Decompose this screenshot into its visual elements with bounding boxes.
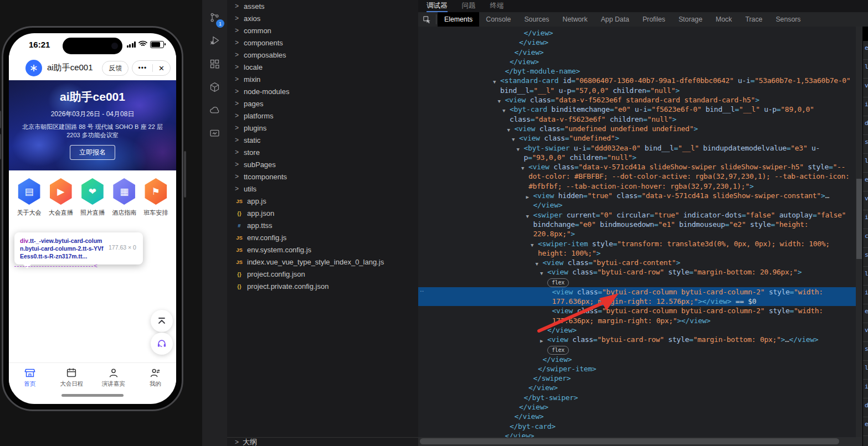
tab-演讲嘉宾[interactable]: 演讲嘉宾 xyxy=(97,367,130,388)
register-button[interactable]: 立即报名 xyxy=(70,145,115,160)
support-button[interactable] xyxy=(151,333,173,355)
expanded-arrow-icon[interactable]: ▼ xyxy=(521,164,524,173)
dom-node[interactable]: <view class="bytui-card-column bytui-car… xyxy=(418,306,856,325)
top-tab-问题[interactable]: 问题 xyxy=(462,0,476,12)
top-tab-终端[interactable]: 终端 xyxy=(490,0,504,12)
folder-row-ttcomponents[interactable]: >ttcomponents xyxy=(227,170,418,183)
dom-node[interactable]: ▶<view class="bytui-card-row" style="mar… xyxy=(418,335,856,344)
selected-dom-node[interactable]: ‥<view class="bytui-card-column bytui-ca… xyxy=(418,287,856,307)
package-button[interactable] xyxy=(202,75,227,98)
dom-node[interactable]: ▼<swiper current="0" circular="true" ind… xyxy=(418,210,856,239)
dom-node[interactable]: </view> xyxy=(418,57,856,66)
quick-entry-大会直播[interactable]: ▶大会直播 xyxy=(46,178,76,217)
inspect-element-button[interactable] xyxy=(418,15,435,24)
file-row-env.system.config.js[interactable]: JSenv.system.config.js xyxy=(227,243,418,256)
dom-node[interactable]: flex xyxy=(418,277,856,287)
dom-node[interactable]: ▼<byt-card binditemchange="e0" u-i="f562… xyxy=(418,105,856,124)
panel-tab-storage[interactable]: Storage xyxy=(672,12,709,27)
panel-tab-console[interactable]: Console xyxy=(479,12,517,27)
dom-node[interactable]: ▼<view class="data-v-571cd41a slideShow-… xyxy=(418,162,856,191)
folder-row-components[interactable]: >components xyxy=(227,37,418,49)
file-row-index.vue_vue_type_style_index_0_lang.js[interactable]: JSindex.vue_vue_type_style_index_0_lang.… xyxy=(227,256,418,268)
close-button[interactable]: ✕ xyxy=(153,64,170,72)
scroll-top-button[interactable] xyxy=(151,310,173,332)
dom-node[interactable]: </view> xyxy=(418,431,856,437)
hscroll-thumb[interactable] xyxy=(420,438,839,444)
panel-tab-profiles[interactable]: Profiles xyxy=(636,12,672,27)
vertical-scrollbar[interactable] xyxy=(856,27,862,446)
folder-row-locale[interactable]: >locale xyxy=(227,61,418,73)
dom-node[interactable]: </view> xyxy=(418,383,856,392)
folder-row-utils[interactable]: >utils xyxy=(227,183,418,195)
flex-badge[interactable]: flex xyxy=(547,346,569,355)
panel-tab-mock[interactable]: Mock xyxy=(709,12,738,27)
expanded-arrow-icon[interactable]: ▼ xyxy=(517,145,520,154)
folder-row-axios[interactable]: >axios xyxy=(227,12,418,24)
quick-entry-关于大会[interactable]: ▤关于大会 xyxy=(14,178,44,217)
file-row-app.js[interactable]: JSapp.js xyxy=(227,195,418,207)
tab-大会日程[interactable]: 大会日程 xyxy=(55,367,88,388)
expanded-arrow-icon[interactable]: ▼ xyxy=(531,241,533,250)
panel-tab-app-data[interactable]: App Data xyxy=(594,12,636,27)
dom-node[interactable]: ▼<swiper-item style="transform: translat… xyxy=(418,239,856,258)
dom-node[interactable]: </swiper-item> xyxy=(418,364,856,374)
top-tab-调试器[interactable]: 调试器 xyxy=(427,0,448,12)
folder-row-common[interactable]: >common xyxy=(227,24,418,37)
expanded-arrow-icon[interactable]: ▼ xyxy=(502,106,505,116)
dom-node[interactable]: ▼<view class="undefined undefined undefi… xyxy=(418,124,856,133)
dom-node[interactable]: ▼<view class="undefined"> xyxy=(418,133,856,143)
folder-row-subPages[interactable]: >subPages xyxy=(227,158,418,170)
panel-tab-trace[interactable]: Trace xyxy=(738,12,769,27)
dom-node[interactable]: </view> xyxy=(418,28,856,38)
cloud-button[interactable] xyxy=(202,98,227,122)
dom-node[interactable]: ▼<standard-card id="06806407-1360-40b7-9… xyxy=(418,76,856,95)
folder-row-pages[interactable]: >pages xyxy=(227,97,418,110)
folder-row-mixin[interactable]: >mixin xyxy=(227,73,418,85)
file-row-env.config.js[interactable]: JSenv.config.js xyxy=(227,231,418,243)
source-control-button[interactable]: 1 xyxy=(202,6,227,29)
dom-node[interactable]: ▼<view class="bytui-card-row" style="mar… xyxy=(418,267,856,277)
run-debug-button[interactable] xyxy=(202,29,227,52)
folder-row-plugins[interactable]: >plugins xyxy=(227,122,418,134)
outline-section[interactable]: > 大纲 xyxy=(227,437,418,446)
dom-node[interactable]: </view> xyxy=(418,325,856,335)
panel-tab-elements[interactable]: Elements xyxy=(438,12,479,27)
dom-node[interactable]: ▼<byt-swiper u-i="ddd032ea-0" bind__l="_… xyxy=(418,143,856,163)
dom-node[interactable]: flex xyxy=(418,345,856,355)
folder-row-static[interactable]: >static xyxy=(227,134,418,146)
event-banner[interactable]: ai助手ce001 2026年03月26日 - 04月08日 北京市朝阳区建国路… xyxy=(9,80,176,170)
quick-entry-班车安排[interactable]: ⚑班车安排 xyxy=(141,178,171,217)
panel-tab-sensors[interactable]: Sensors xyxy=(769,12,807,27)
dom-node[interactable]: </swiper> xyxy=(418,374,856,383)
file-row-app.json[interactable]: {}app.json xyxy=(227,207,418,219)
flex-badge[interactable]: flex xyxy=(547,278,569,287)
dom-node[interactable]: </view> xyxy=(418,38,856,47)
dom-node[interactable]: </byt-swiper> xyxy=(418,393,856,402)
folder-row-store[interactable]: >store xyxy=(227,146,418,158)
tab-首页[interactable]: 首页 xyxy=(13,367,47,388)
file-row-project.private.config.json[interactable]: {}project.private.config.json xyxy=(227,280,418,292)
dom-node[interactable]: ▼<view class="bytui-card-content"> xyxy=(418,258,856,267)
tab-我的[interactable]: 我的 xyxy=(138,367,172,388)
horizontal-scrollbar[interactable] xyxy=(418,437,861,446)
panel-tab-network[interactable]: Network xyxy=(556,12,594,27)
feedback-button[interactable]: 反馈 xyxy=(102,61,129,76)
panel-tab-sources[interactable]: Sources xyxy=(517,12,556,27)
extensions-button[interactable] xyxy=(202,52,227,75)
dom-node[interactable]: ▼<view class="data-v-f5623e6f standard-c… xyxy=(418,95,856,105)
vscroll-thumb[interactable] xyxy=(856,179,862,259)
dom-node[interactable]: </view> xyxy=(418,402,856,412)
folder-row-assets[interactable]: >assets xyxy=(227,0,418,12)
more-button[interactable]: ••• xyxy=(132,64,152,72)
quick-entry-酒店指南[interactable]: ▦酒店指南 xyxy=(109,178,139,217)
dom-node[interactable]: </view> xyxy=(418,355,856,364)
dom-node[interactable]: </view> xyxy=(418,48,856,57)
collapsed-arrow-icon[interactable]: ▶ xyxy=(526,193,529,202)
preview-button[interactable] xyxy=(202,122,227,145)
folder-row-node-modules[interactable]: >node-modules xyxy=(227,85,418,97)
folder-row-composables[interactable]: >composables xyxy=(227,49,418,61)
dom-node[interactable]: </byt-module-name> xyxy=(418,66,856,76)
file-row-app.ttss[interactable]: #app.ttss xyxy=(227,219,418,231)
quick-entry-照片直播[interactable]: ❤照片直播 xyxy=(78,178,107,217)
dom-node[interactable]: </byt-card> xyxy=(418,422,856,431)
